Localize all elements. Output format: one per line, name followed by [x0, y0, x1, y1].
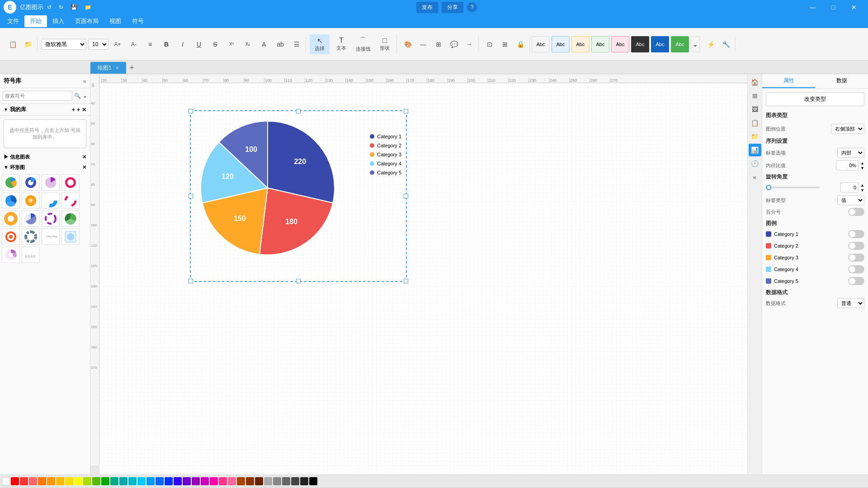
- color-swatch-purple3[interactable]: [192, 477, 200, 485]
- add-library-btn[interactable]: +: [72, 107, 75, 113]
- color-swatch-cyan2[interactable]: [137, 477, 146, 485]
- data-format-select[interactable]: 普通: [837, 298, 864, 308]
- quick-style-btn[interactable]: ⚡: [703, 37, 718, 52]
- chart-thumb-1[interactable]: [2, 174, 20, 191]
- label-type-select[interactable]: 值: [837, 195, 864, 205]
- percent-toggle[interactable]: [848, 208, 864, 216]
- color-swatch-orange2[interactable]: [47, 477, 55, 485]
- data-tab[interactable]: 数据: [815, 74, 868, 88]
- color-swatch-purple2[interactable]: [183, 477, 191, 485]
- handle-bm[interactable]: [296, 279, 301, 283]
- color-swatch-cyan1[interactable]: [128, 477, 137, 485]
- icon-home-btn[interactable]: 🏠: [749, 76, 761, 89]
- chart-thumb-13[interactable]: [2, 229, 20, 245]
- italic-btn[interactable]: I: [175, 37, 190, 52]
- font-size-selector[interactable]: 10: [88, 39, 108, 50]
- line-style-btn[interactable]: —: [416, 37, 430, 52]
- color-swatch-yellow2[interactable]: [74, 477, 82, 485]
- color-swatch-gray1[interactable]: [264, 477, 272, 485]
- help-btn[interactable]: ?: [467, 2, 477, 12]
- color-swatch-gray4[interactable]: [291, 477, 299, 485]
- list-btn[interactable]: ☰: [289, 37, 304, 52]
- maximize-btn[interactable]: □: [823, 0, 844, 14]
- color-swatch-brown3[interactable]: [255, 477, 263, 485]
- font-decrease-btn[interactable]: A-: [127, 37, 141, 52]
- icon-expand-btn[interactable]: «: [749, 171, 761, 183]
- chart-thumb-8[interactable]: [61, 192, 80, 209]
- color-swatch-yellow1[interactable]: [65, 477, 73, 485]
- shape-btn[interactable]: □ 形状: [375, 34, 395, 54]
- close-btn[interactable]: ✕: [844, 0, 864, 14]
- color-swatch-green2[interactable]: [92, 477, 100, 485]
- arrange-btn[interactable]: ⊞: [498, 37, 512, 52]
- highlight-btn[interactable]: ab: [273, 37, 288, 52]
- minimize-btn[interactable]: —: [802, 0, 823, 14]
- info-chart-section[interactable]: ▶ 信息图表 ✕: [0, 152, 90, 162]
- color-swatch-magenta1[interactable]: [201, 477, 209, 485]
- underline-btn[interactable]: U: [192, 37, 206, 52]
- color-swatch-gray5[interactable]: [300, 477, 308, 485]
- color-swatch-pink1[interactable]: [219, 477, 227, 485]
- style-preset-4[interactable]: Abc: [591, 36, 609, 52]
- container-btn[interactable]: ⊞: [431, 37, 446, 52]
- color-swatch-magenta2[interactable]: [210, 477, 218, 485]
- style-more-btn[interactable]: ⌄: [691, 36, 700, 52]
- handle-tl[interactable]: [189, 109, 193, 113]
- inner-radius-input[interactable]: [836, 160, 859, 170]
- menu-file[interactable]: 文件: [2, 15, 24, 27]
- align-tools-btn[interactable]: ⊡: [482, 37, 497, 52]
- copy-btn[interactable]: 📁: [21, 37, 35, 52]
- menu-symbol[interactable]: 符号: [127, 15, 149, 27]
- select-btn[interactable]: ↖ 选择: [310, 34, 330, 54]
- color-swatch-blue1[interactable]: [146, 477, 155, 485]
- legend-toggle-2[interactable]: [848, 242, 864, 250]
- superscript-btn[interactable]: X²: [224, 37, 239, 52]
- legend-toggle-5[interactable]: [848, 277, 864, 285]
- rotation-slider[interactable]: [766, 187, 820, 188]
- chart-thumb-12[interactable]: [61, 211, 80, 227]
- style-preset-5[interactable]: Abc: [611, 36, 629, 52]
- color-swatch-brown1[interactable]: [237, 477, 245, 485]
- add-library-btn2[interactable]: +: [77, 107, 80, 113]
- chart-thumb-18[interactable]: ⠿⠿⠿⠿: [22, 247, 40, 263]
- chart-thumb-4[interactable]: [61, 174, 80, 191]
- section-close-icon[interactable]: ✕: [82, 154, 86, 160]
- callout-btn[interactable]: 💬: [447, 37, 461, 52]
- handle-br[interactable]: [404, 279, 408, 283]
- format-btn[interactable]: 🔧: [719, 37, 733, 52]
- color-swatch-green1[interactable]: [83, 477, 91, 485]
- chart-thumb-6[interactable]: [22, 192, 40, 209]
- ring-chart-section[interactable]: ▼ 环形图 ✕: [0, 162, 90, 173]
- undo-icon[interactable]: ↺: [47, 4, 52, 10]
- handle-bl[interactable]: [189, 279, 193, 283]
- chart-thumb-10[interactable]: [22, 211, 40, 227]
- color-swatch-red1[interactable]: [11, 477, 19, 485]
- chart-thumb-16[interactable]: [61, 229, 80, 245]
- color-swatch-gray3[interactable]: [282, 477, 290, 485]
- color-swatch-pink2[interactable]: [228, 477, 236, 485]
- change-type-btn[interactable]: 改变类型: [766, 92, 864, 106]
- section-close-icon2[interactable]: ✕: [82, 164, 86, 170]
- color-swatch-teal2[interactable]: [119, 477, 127, 485]
- legend-toggle-3[interactable]: [848, 253, 864, 262]
- legend-pos-select[interactable]: 右侧顶部: [831, 124, 864, 134]
- drawing-tab[interactable]: 绘图1 ✕: [90, 62, 126, 74]
- color-swatch-brown2[interactable]: [246, 477, 254, 485]
- menu-view[interactable]: 视图: [104, 15, 127, 27]
- legend-toggle-1[interactable]: [848, 230, 864, 238]
- font-selector[interactable]: 微软雅黑: [41, 39, 86, 50]
- arrow-btn[interactable]: →: [462, 37, 476, 52]
- add-tab-btn[interactable]: +: [126, 62, 138, 74]
- bold-btn[interactable]: B: [159, 37, 174, 52]
- color-swatch-white[interactable]: [2, 477, 10, 485]
- color-swatch-black[interactable]: [309, 477, 317, 485]
- menu-insert[interactable]: 插入: [47, 15, 70, 27]
- color-swatch-orange3[interactable]: [56, 477, 64, 485]
- icon-image-btn[interactable]: 🖼: [749, 103, 761, 116]
- search-input[interactable]: [3, 91, 72, 101]
- strikethrough-btn[interactable]: S: [208, 37, 222, 52]
- chart-thumb-9[interactable]: [2, 211, 20, 227]
- connect-btn[interactable]: ⌒ 连接线: [353, 34, 373, 54]
- chart-thumb-15[interactable]: ~~~: [42, 229, 60, 245]
- color-swatch-blue2[interactable]: [156, 477, 164, 485]
